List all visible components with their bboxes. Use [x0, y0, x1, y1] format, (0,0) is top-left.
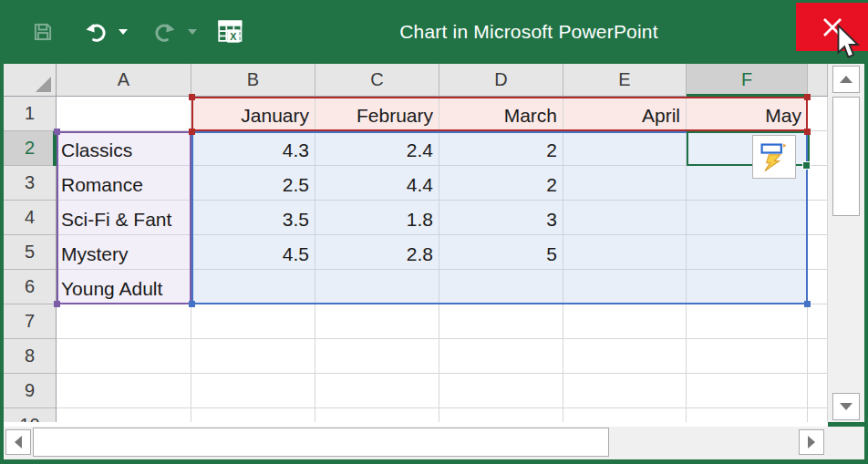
- cell-F6[interactable]: [687, 270, 808, 304]
- cell-D6[interactable]: [439, 270, 563, 304]
- cell-E10[interactable]: [563, 408, 687, 422]
- row-header-5[interactable]: 5: [4, 235, 57, 270]
- cell-E9[interactable]: [563, 374, 687, 408]
- cell-D5[interactable]: 5: [439, 235, 563, 270]
- cell-C2[interactable]: 2.4: [315, 131, 439, 166]
- quick-analysis-button[interactable]: [752, 135, 796, 179]
- row-header-1[interactable]: 1: [4, 97, 57, 131]
- cell-B1[interactable]: January: [191, 97, 315, 131]
- undo-button[interactable]: [80, 16, 111, 47]
- row-header-3[interactable]: 3: [4, 166, 57, 201]
- cell-C1[interactable]: February: [315, 97, 439, 131]
- cell-B5[interactable]: 4.5: [191, 235, 315, 270]
- redo-button[interactable]: [150, 16, 181, 47]
- cell-A1[interactable]: [57, 97, 191, 131]
- scrollbar-corner: [828, 427, 864, 459]
- row-header-7[interactable]: 7: [4, 304, 57, 339]
- cell-E7[interactable]: [563, 304, 687, 339]
- scroll-right-button[interactable]: [799, 429, 824, 455]
- cell-A2[interactable]: Classics: [57, 131, 191, 166]
- cell-B10[interactable]: [191, 408, 315, 422]
- fill-handle[interactable]: [802, 161, 811, 170]
- vertical-scrollbar[interactable]: [828, 64, 864, 422]
- select-all-button[interactable]: [4, 64, 57, 97]
- column-header-F[interactable]: F: [687, 64, 808, 97]
- cell-C10[interactable]: [315, 408, 439, 422]
- cell-A3[interactable]: Romance: [57, 166, 191, 201]
- cell-D9[interactable]: [439, 374, 563, 408]
- cell-E8[interactable]: [563, 339, 687, 374]
- cell-C4[interactable]: 1.8: [315, 201, 439, 235]
- redo-dropdown-icon[interactable]: [188, 29, 197, 35]
- cell-partial-6: [808, 270, 828, 304]
- horizontal-scrollbar-thumb[interactable]: [33, 428, 609, 457]
- cell-C6[interactable]: [315, 270, 439, 304]
- cell-D1[interactable]: March: [439, 97, 563, 131]
- cell-B7[interactable]: [191, 304, 315, 339]
- row-header-6[interactable]: 6: [4, 270, 57, 304]
- cell-D8[interactable]: [439, 339, 563, 374]
- row-header-4[interactable]: 4: [4, 201, 57, 235]
- column-header-D[interactable]: D: [439, 64, 563, 97]
- cell-D7[interactable]: [439, 304, 563, 339]
- edit-in-excel-button[interactable]: X: [213, 16, 244, 47]
- cell-A8[interactable]: [57, 339, 191, 374]
- cell-A4[interactable]: Sci-Fi & Fant: [57, 201, 191, 235]
- cell-E4[interactable]: [563, 201, 687, 235]
- cell-F1[interactable]: May: [687, 97, 808, 131]
- left-arrow-icon: [15, 436, 22, 449]
- cell-B2[interactable]: 4.3: [191, 131, 315, 166]
- cell-D3[interactable]: 2: [439, 166, 563, 201]
- cell-F9[interactable]: [687, 374, 808, 408]
- cell-E1[interactable]: April: [563, 97, 687, 131]
- cell-F10[interactable]: [687, 408, 808, 422]
- scroll-down-button[interactable]: [832, 393, 860, 420]
- cell-E3[interactable]: [563, 166, 687, 201]
- column-header-A[interactable]: A: [57, 64, 191, 97]
- cell-F7[interactable]: [687, 304, 808, 339]
- cell-B8[interactable]: [191, 339, 315, 374]
- cell-F4[interactable]: [687, 201, 808, 235]
- row-header-9[interactable]: 9: [4, 374, 57, 408]
- cell-C9[interactable]: [315, 374, 439, 408]
- column-header-E[interactable]: E: [563, 64, 687, 97]
- quick-access-toolbar: X: [0, 16, 244, 47]
- cell-E6[interactable]: [563, 270, 687, 304]
- cell-B6[interactable]: [191, 270, 315, 304]
- cell-D4[interactable]: 3: [439, 201, 563, 235]
- undo-dropdown-icon[interactable]: [119, 29, 128, 35]
- cell-A5[interactable]: Mystery: [57, 235, 191, 270]
- cell-F8[interactable]: [687, 339, 808, 374]
- cell-E2[interactable]: [563, 131, 687, 166]
- cell-A6[interactable]: Young Adult: [57, 270, 191, 304]
- cell-C7[interactable]: [315, 304, 439, 339]
- row-header-10[interactable]: 10: [4, 408, 57, 422]
- cell-E5[interactable]: [563, 235, 687, 270]
- cell-D2[interactable]: 2: [439, 131, 563, 166]
- cell-partial-4: [808, 201, 828, 235]
- svg-text:X: X: [230, 31, 237, 42]
- column-header-B[interactable]: B: [191, 64, 315, 97]
- window-title: Chart in Microsoft PowerPoint: [244, 21, 868, 43]
- save-button[interactable]: [27, 16, 58, 47]
- cell-B9[interactable]: [191, 374, 315, 408]
- cell-A7[interactable]: [57, 304, 191, 339]
- sheet-grid: ABCDEF1JanuaryFebruaryMarchAprilMay2Clas…: [4, 64, 828, 422]
- scroll-left-button[interactable]: [5, 429, 31, 455]
- cell-D10[interactable]: [439, 408, 563, 422]
- row-header-2[interactable]: 2: [4, 131, 57, 166]
- cell-F5[interactable]: [687, 235, 808, 270]
- cell-C8[interactable]: [315, 339, 439, 374]
- row-header-8[interactable]: 8: [4, 339, 57, 374]
- vertical-scrollbar-thumb[interactable]: [832, 97, 860, 216]
- redo-icon: [151, 19, 179, 45]
- scroll-up-button[interactable]: [832, 66, 860, 93]
- cell-C5[interactable]: 2.8: [315, 235, 439, 270]
- cell-B4[interactable]: 3.5: [191, 201, 315, 235]
- column-header-C[interactable]: C: [315, 64, 439, 97]
- cell-A10[interactable]: [57, 408, 191, 422]
- cell-B3[interactable]: 2.5: [191, 166, 315, 201]
- cell-C3[interactable]: 4.4: [315, 166, 439, 201]
- horizontal-scrollbar[interactable]: [4, 427, 828, 459]
- cell-A9[interactable]: [57, 374, 191, 408]
